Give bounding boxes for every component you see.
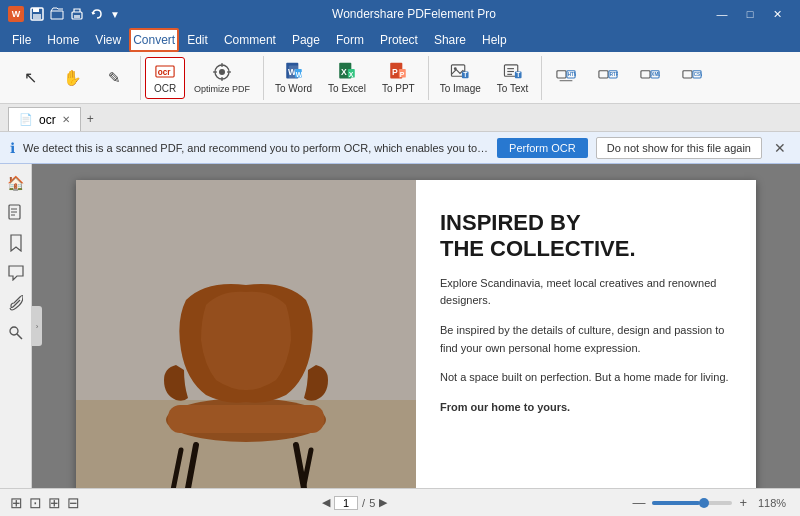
- menu-convert[interactable]: Convert: [129, 28, 179, 52]
- menu-protect[interactable]: Protect: [372, 28, 426, 52]
- optimize-label: Optimize PDF: [194, 84, 250, 94]
- perform-ocr-btn[interactable]: Perform OCR: [497, 138, 588, 158]
- comment-icon: [8, 265, 24, 281]
- hand-tool-btn[interactable]: ✋: [52, 57, 92, 99]
- sidebar-attachments-btn[interactable]: [3, 290, 29, 316]
- svg-text:T: T: [464, 71, 468, 78]
- svg-text:T: T: [516, 71, 520, 78]
- page-separator: /: [362, 497, 365, 509]
- menu-file[interactable]: File: [4, 28, 39, 52]
- menu-view[interactable]: View: [87, 28, 129, 52]
- to-word-label: To Word: [275, 83, 312, 94]
- menu-home[interactable]: Home: [39, 28, 87, 52]
- to-word-btn[interactable]: W W To Word: [268, 57, 319, 99]
- zoom-slider-thumb: [699, 498, 709, 508]
- to-excel-btn[interactable]: X X To Excel: [321, 57, 373, 99]
- maximize-btn[interactable]: □: [736, 0, 764, 28]
- quick-access-print[interactable]: [70, 7, 84, 21]
- svg-point-53: [10, 327, 18, 335]
- pdf-page: INSPIRED BY THE COLLECTIVE. Explore Scan…: [76, 180, 756, 488]
- convert-more-btn3[interactable]: XML: [630, 57, 670, 99]
- bottom-left: ⊞ ⊡ ⊞ ⊟: [10, 494, 80, 512]
- minimize-btn[interactable]: —: [708, 0, 736, 28]
- menu-page[interactable]: Page: [284, 28, 328, 52]
- sidebar-bookmarks-btn[interactable]: [3, 230, 29, 256]
- dropdown-icon[interactable]: ▼: [110, 9, 120, 20]
- tab-close-btn[interactable]: ✕: [62, 114, 70, 125]
- zoom-slider[interactable]: [652, 501, 732, 505]
- menu-share[interactable]: Share: [426, 28, 474, 52]
- optimize-btn[interactable]: Optimize PDF: [187, 57, 257, 99]
- zoom-in-btn[interactable]: +: [736, 495, 750, 510]
- chair-image: [76, 180, 416, 488]
- convert-more-icon2: RTF: [598, 68, 618, 88]
- bookmark-icon: [9, 234, 23, 252]
- excel-icon: X X: [337, 62, 357, 81]
- page-number-input[interactable]: 1: [334, 496, 358, 510]
- svg-text:RTF: RTF: [610, 72, 618, 77]
- convert-more-icon1: HTML: [556, 68, 576, 88]
- toolbar-group-more: HTML RTF XML CSV: [541, 56, 716, 100]
- view-mode-icon1[interactable]: ⊞: [10, 494, 23, 512]
- app-icon: W: [8, 6, 24, 22]
- next-page-btn[interactable]: ▶: [379, 496, 387, 509]
- dismiss-ocr-btn[interactable]: Do not show for this file again: [596, 137, 762, 159]
- view-mode-icon3[interactable]: ⊞: [48, 494, 61, 512]
- close-btn[interactable]: ✕: [764, 0, 792, 28]
- prev-page-btn[interactable]: ◀: [322, 496, 330, 509]
- edit-icon: ✎: [108, 69, 121, 87]
- menu-help[interactable]: Help: [474, 28, 515, 52]
- view-mode-icon2[interactable]: ⊡: [29, 494, 42, 512]
- to-excel-label: To Excel: [328, 83, 366, 94]
- ppt-icon: P P: [388, 62, 408, 81]
- pdf-image-area: [76, 180, 416, 488]
- to-ppt-btn[interactable]: P P To PPT: [375, 57, 422, 99]
- convert-more-btn1[interactable]: HTML: [546, 57, 586, 99]
- pdf-para1: Explore Scandinavia, meet local creative…: [440, 275, 732, 310]
- toolbar-group-select: ↖ ✋ ✎: [6, 56, 138, 100]
- svg-text:XML: XML: [652, 72, 661, 77]
- page-total: 5: [369, 497, 375, 509]
- ocr-label: OCR: [154, 83, 176, 94]
- sidebar-search-btn[interactable]: [3, 320, 29, 346]
- ocr-icon: ocr: [155, 62, 175, 81]
- add-tab-btn[interactable]: +: [81, 107, 100, 131]
- menu-comment[interactable]: Comment: [216, 28, 284, 52]
- quick-access-save[interactable]: [30, 7, 44, 21]
- to-image-btn[interactable]: T To Image: [433, 57, 488, 99]
- toolbar-group-convert: W W To Word X X To Excel P P To PPT: [263, 56, 426, 100]
- svg-rect-4: [74, 15, 80, 18]
- pages-icon: [8, 204, 24, 222]
- convert-more-btn4[interactable]: CSV: [672, 57, 712, 99]
- undo-icon[interactable]: [90, 7, 104, 21]
- zoom-out-btn[interactable]: —: [629, 495, 648, 510]
- quick-access-open[interactable]: [50, 7, 64, 21]
- hand-icon: ✋: [63, 69, 82, 87]
- bottom-right: — + 118%: [629, 495, 790, 510]
- edit-tool-btn[interactable]: ✎: [94, 57, 134, 99]
- svg-rect-1: [33, 8, 39, 12]
- sidebar-pages-btn[interactable]: [3, 200, 29, 226]
- tab-file-icon: 📄: [19, 113, 33, 126]
- sidebar-expand-btn[interactable]: ›: [32, 306, 42, 346]
- title-text: Wondershare PDFelement Pro: [332, 7, 496, 21]
- svg-line-54: [17, 334, 22, 339]
- sidebar-home-btn[interactable]: 🏠: [3, 170, 29, 196]
- to-text-btn[interactable]: T To Text: [490, 57, 536, 99]
- svg-rect-43: [641, 70, 650, 77]
- pdf-viewer[interactable]: INSPIRED BY THE COLLECTIVE. Explore Scan…: [32, 164, 800, 488]
- view-mode-icon4[interactable]: ⊟: [67, 494, 80, 512]
- ocr-tab[interactable]: 📄 ocr ✕: [8, 107, 81, 131]
- sidebar-comments-btn[interactable]: [3, 260, 29, 286]
- notification-close-btn[interactable]: ✕: [770, 138, 790, 158]
- menu-edit[interactable]: Edit: [179, 28, 216, 52]
- convert-more-btn2[interactable]: RTF: [588, 57, 628, 99]
- svg-text:W: W: [295, 70, 302, 77]
- svg-text:X: X: [349, 70, 354, 77]
- select-tool-btn[interactable]: ↖: [10, 57, 50, 99]
- convert-more-icon3: XML: [640, 68, 660, 88]
- menu-form[interactable]: Form: [328, 28, 372, 52]
- svg-rect-63: [168, 405, 324, 433]
- pdf-title: INSPIRED BY THE COLLECTIVE.: [440, 210, 732, 263]
- ocr-btn[interactable]: ocr OCR: [145, 57, 185, 99]
